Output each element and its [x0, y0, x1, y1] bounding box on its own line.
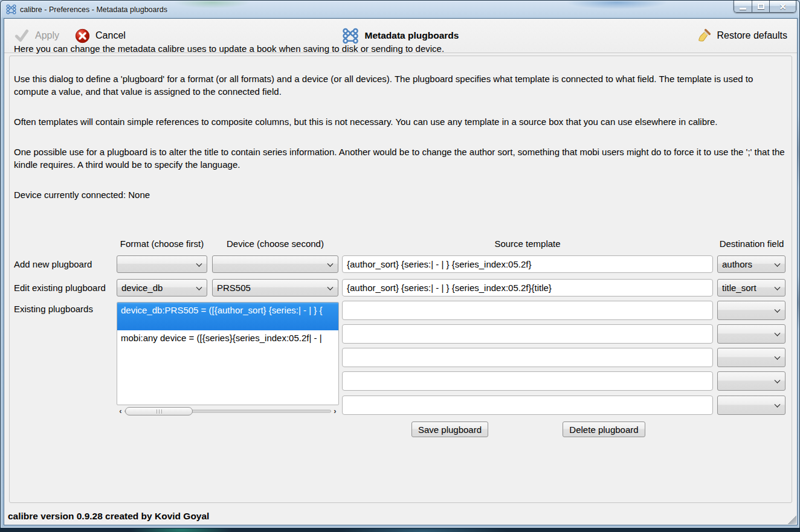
edit-source-template-input[interactable] — [342, 279, 713, 296]
edit-format-combo[interactable]: device_db — [117, 279, 207, 296]
destination-combo-5[interactable] — [717, 348, 785, 367]
apply-label: Apply — [35, 30, 59, 41]
device-connected-line: Device currently connected: None — [14, 188, 790, 201]
intro-text: Here you can change the metadata calibre… — [14, 42, 790, 219]
destination-combo-7[interactable] — [717, 396, 785, 415]
minimize-button[interactable] — [734, 1, 752, 13]
scroll-left-arrow-icon[interactable]: ‹ — [117, 406, 124, 416]
restore-defaults-label: Restore defaults — [717, 30, 787, 41]
scrollbar-grip-icon — [156, 409, 162, 414]
apply-check-icon — [14, 28, 30, 43]
save-plugboard-button[interactable]: Save plugboard — [411, 421, 488, 437]
source-template-input-4[interactable] — [342, 324, 713, 344]
scrollbar-track[interactable] — [124, 406, 331, 416]
existing-plugboards-label: Existing plugboards — [14, 302, 93, 315]
destination-combo-4[interactable] — [717, 324, 785, 344]
add-destination-combo[interactable]: authors — [717, 255, 785, 273]
add-format-combo[interactable] — [117, 255, 207, 273]
plugboard-icon — [343, 28, 359, 44]
source-template-input-5[interactable] — [342, 348, 713, 367]
list-item[interactable]: mobi:any device = ([{series}{series_inde… — [117, 330, 339, 354]
add-source-template-input[interactable] — [342, 255, 713, 273]
destination-combo-3[interactable] — [717, 301, 785, 320]
source-template-input-6[interactable] — [342, 371, 713, 391]
calibre-icon — [6, 4, 16, 14]
edit-destination-combo[interactable]: title_sort — [717, 279, 785, 296]
window-controls: ✕ — [734, 1, 796, 13]
minimize-icon — [740, 8, 746, 10]
window-title: calibre - Preferences - Metadata plugboa… — [20, 5, 167, 14]
intro-paragraph-1: Here you can change the metadata calibre… — [14, 42, 790, 55]
close-icon: ✕ — [779, 1, 787, 12]
source-template-input-3[interactable] — [342, 301, 713, 320]
destination-combo-6[interactable] — [717, 371, 785, 391]
delete-plugboard-button[interactable]: Delete plugboard — [563, 421, 645, 437]
client-area: Apply Cancel — [4, 18, 798, 525]
maximize-button[interactable] — [752, 1, 770, 13]
resize-grip[interactable] — [788, 516, 796, 524]
column-header-destination: Destination field — [714, 239, 790, 250]
list-horizontal-scrollbar[interactable]: ‹ › — [117, 406, 339, 416]
version-line: calibre version 0.9.28 created by Kovid … — [8, 511, 209, 522]
add-device-combo[interactable] — [212, 255, 338, 273]
column-header-source: Source template — [342, 239, 713, 250]
intro-paragraph-2: Use this dialog to define a 'plugboard' … — [14, 72, 790, 98]
toolbar-title-label: Metadata plugboards — [365, 30, 459, 41]
maximize-icon — [758, 4, 764, 9]
app-window: calibre - Preferences - Metadata plugboa… — [0, 0, 800, 528]
intro-paragraph-3: Often templates will contain simple refe… — [14, 115, 790, 128]
column-header-device: Device (choose second) — [212, 239, 338, 250]
intro-paragraph-4: One possible use for a plugboard is to a… — [14, 146, 790, 171]
cancel-icon — [75, 28, 90, 43]
close-button[interactable]: ✕ — [770, 1, 796, 13]
edit-existing-plugboard-label: Edit existing plugboard — [14, 279, 106, 296]
brush-icon — [697, 28, 711, 43]
source-template-input-7[interactable] — [342, 396, 713, 415]
apply-button[interactable]: Apply — [14, 28, 59, 43]
list-item-selected[interactable]: device_db:PRS505 = ([{author_sort} {seri… — [117, 303, 339, 330]
column-header-format: Format (choose first) — [117, 239, 207, 250]
existing-plugboards-list[interactable]: device_db:PRS505 = ([{author_sort} {seri… — [117, 302, 339, 405]
scroll-right-arrow-icon[interactable]: › — [331, 406, 339, 416]
scrollbar-thumb[interactable] — [125, 407, 193, 415]
restore-defaults-button[interactable]: Restore defaults — [697, 28, 787, 43]
cancel-button[interactable]: Cancel — [75, 28, 126, 43]
add-new-plugboard-label: Add new plugboard — [14, 255, 92, 273]
edit-device-combo[interactable]: PRS505 — [212, 279, 338, 296]
window-titlebar[interactable]: calibre - Preferences - Metadata plugboa… — [1, 1, 799, 18]
cancel-label: Cancel — [95, 30, 126, 41]
